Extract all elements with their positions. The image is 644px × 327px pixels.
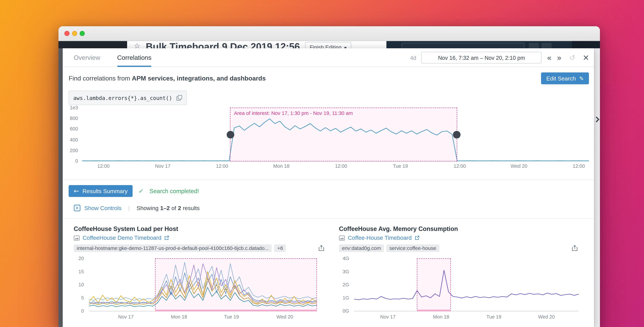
tag-row: env:datad0g.com service:coffee-house [339,244,581,252]
background-timeboard-header: ☆ Bulk Timeboard 9 Dec 2019 12:56 Finish… [127,41,386,48]
x-tick-label: Wed 20 [276,314,293,320]
y-tick-label: 10 [78,282,84,287]
external-link-icon [164,236,169,240]
x-tick-label: Nov 17 [155,164,170,168]
area-of-interest[interactable] [155,258,317,312]
x-tick-label: Tue 19 [486,314,501,320]
x-tick-label: 12:00 [335,164,347,168]
search-status: Search completed! [150,188,199,194]
close-panel-icon[interactable]: × [583,52,589,63]
area-resize-handle-r[interactable] [453,131,461,138]
underlay-left-edge [58,48,63,327]
y-axis: 1e38006004002000 [63,108,81,161]
x-tick-label: Mon 18 [433,314,449,320]
area-resize-handle-l[interactable] [227,131,234,138]
window-titlebar[interactable] [58,26,600,41]
y-tick-label: 0 [81,308,84,314]
minimize-window-button[interactable] [72,31,77,36]
finish-editing-label: Finish Editing [310,44,342,48]
show-controls-icon[interactable] [74,205,80,212]
showing-range: 1–2 [160,205,170,211]
plot-area[interactable] [354,258,579,312]
finish-editing-button[interactable]: Finish Editing ▾ [305,42,351,48]
timeboard-title: Bulk Timeboard 9 Dec 2019 12:56 [146,41,300,48]
x-tick-label: 12:00 [573,164,585,168]
correlation-source-chart: 1e38006004002000 Area of interest: Nov 1… [63,107,594,174]
showing-total: 2 [178,205,181,211]
controls-bar: Show Controls | Showing 1–2 of 2 results [74,203,200,213]
dashboard-link[interactable]: CoffeeHouse Demo Timeboard [83,235,162,241]
tag-row: internal-hostname:gke-demo-11287-us-prod… [74,244,328,252]
x-tick-label: Tue 19 [393,164,408,168]
dashboard-icon [74,235,80,240]
collapse-panel-icon[interactable] [595,116,600,124]
x-tick-label: Tue 19 [224,314,239,320]
back-arrow-icon: ← [74,187,79,195]
showing-word: Showing [136,205,158,211]
time-shortcut[interactable]: 4d [410,54,416,61]
background-topnav [386,41,600,48]
x-tick-label: 12:00 [98,164,110,168]
memory-consumption-chart: 4G3G2G1G0G Nov 17Mon 18Tue 19Wed 20 [339,258,581,322]
edit-search-label: Edit Search [546,75,576,82]
copy-icon[interactable] [176,95,182,101]
area-of-interest[interactable]: Area of interest: Nov 17, 1:30 pm - Nov … [230,108,457,162]
more-tags-chip[interactable]: +6 [274,244,286,252]
check-icon: ✓ [139,188,144,194]
panel-tabbar: OverviewCorrelations 4d « » ↺ × [63,48,594,67]
y-axis: 20151050 [74,258,86,311]
area-selection-strip [155,310,317,312]
area-of-interest[interactable] [417,258,451,312]
card-title: CoffeeHouse Avg. Memory Consumption [339,225,458,232]
time-range-input[interactable] [421,52,542,64]
star-icon[interactable]: ☆ [134,42,140,48]
show-controls-link[interactable]: Show Controls [84,205,122,211]
export-icon[interactable] [572,245,578,251]
y-tick-label: 200 [70,148,78,153]
y-tick-label: 800 [70,116,78,121]
background-nav-section [572,41,600,48]
results-count-text: Showing 1–2 of 2 results [136,205,200,211]
export-icon[interactable] [318,245,325,251]
browser-window: ☆ Bulk Timeboard 9 Dec 2019 12:56 Finish… [58,26,600,327]
results-word: results [183,205,200,211]
time-back-icon[interactable]: « [547,54,552,62]
tag-chip[interactable]: service:coffee-house [386,244,439,252]
tab-overview[interactable]: Overview [74,48,100,67]
x-tick-label: Wed 20 [538,314,555,320]
tag-chip[interactable]: internal-hostname:gke-demo-11287-us-prod… [74,244,272,252]
plot-area[interactable]: Area of interest: Nov 17, 1:30 pm - Nov … [82,108,589,162]
y-tick-label: 15 [78,269,84,274]
tag-chip[interactable]: env:datad0g.com [339,244,384,252]
area-selection-strip [417,310,451,312]
find-correlations-text: Find correlations from APM services, int… [69,72,589,85]
vertical-divider: | [128,205,130,211]
dashboard-link[interactable]: Coffee-House Timeboard [348,235,412,241]
x-tick-label: Wed 20 [510,164,528,168]
find-correlations-row: Find correlations from APM services, int… [69,72,589,85]
edit-search-button[interactable]: Edit Search ✎ [541,72,589,84]
dashboard-icon [339,235,345,240]
plot-area[interactable] [89,258,317,312]
y-tick-label: 4G [343,256,349,261]
pencil-icon: ✎ [579,75,584,82]
correlations-panel: OverviewCorrelations 4d « » ↺ × Find cor… [63,48,594,327]
close-window-button[interactable] [64,31,70,36]
results-summary-button[interactable]: ← Results Summary [69,185,133,197]
x-axis: Nov 17Mon 18Tue 19Wed 20 [89,314,317,320]
zoom-window-button[interactable] [80,31,85,36]
x-axis: Nov 17Mon 18Tue 19Wed 20 [354,314,579,320]
caret-down-icon: ▾ [344,44,347,48]
y-tick-label: 5 [81,295,84,300]
tab-correlations[interactable]: Correlations [117,48,151,67]
time-forward-icon[interactable]: » [557,54,562,62]
query-chip[interactable]: aws.lambda.errors{*}.as_count() [69,91,187,105]
y-tick-label: 600 [70,126,78,132]
divider [63,180,594,180]
system-load-chart: 20151050 Nov 17Mon 18Tue 19Wed 20 [74,258,328,322]
y-tick-label: 20 [78,256,84,261]
underlay-right-edge [594,48,600,327]
x-tick-label: Nov 17 [118,314,134,320]
refresh-icon[interactable]: ↺ [569,54,575,61]
y-tick-label: 400 [70,137,78,142]
